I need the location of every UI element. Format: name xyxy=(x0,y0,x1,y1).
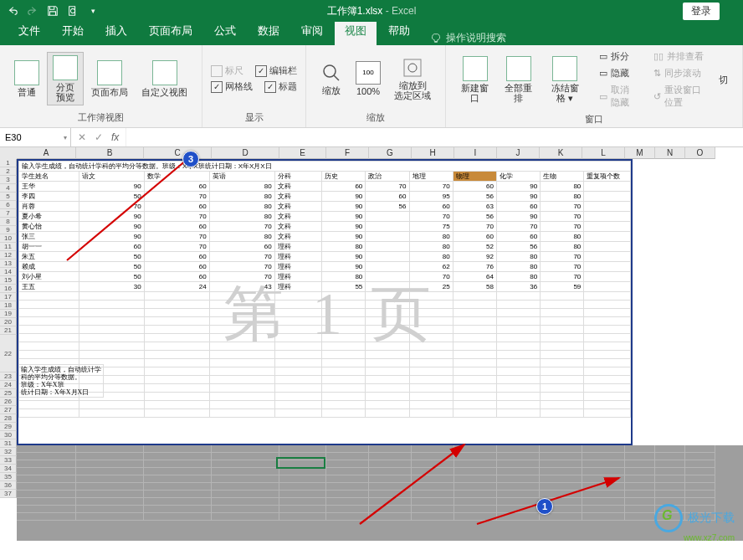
arrange-all-button[interactable]: 全部重排 xyxy=(498,53,540,106)
cancel-icon[interactable]: ✕ xyxy=(78,131,86,143)
fx-icon[interactable]: fx xyxy=(111,131,119,143)
column-header[interactable]: M xyxy=(625,147,655,159)
new-window-button[interactable]: 新建窗口 xyxy=(454,53,496,106)
row-header[interactable]: 1 xyxy=(0,159,17,167)
column-header[interactable]: N xyxy=(655,147,685,159)
row-header[interactable]: 28 xyxy=(0,414,17,423)
row-header[interactable]: 17 xyxy=(0,293,17,301)
row-header[interactable]: 21 xyxy=(0,326,17,335)
save-icon[interactable] xyxy=(47,5,59,17)
zoom-button[interactable]: 缩放 xyxy=(315,59,348,99)
print-preview-icon[interactable] xyxy=(67,5,79,17)
column-header[interactable]: E xyxy=(279,147,326,159)
page-break-preview-button[interactable]: 分页 预览 xyxy=(47,52,84,105)
column-header[interactable]: I xyxy=(454,147,497,159)
tab-formulas[interactable]: 公式 xyxy=(204,18,246,45)
zoom-icon xyxy=(320,62,342,84)
row-header[interactable]: 19 xyxy=(0,310,17,318)
column-header[interactable]: B xyxy=(76,147,144,159)
row-header[interactable]: 25 xyxy=(0,389,17,398)
column-header[interactable]: F xyxy=(326,147,369,159)
row-header[interactable]: 12 xyxy=(0,251,17,259)
qat-dropdown-icon[interactable]: ▾ xyxy=(87,5,99,17)
login-button[interactable]: 登录 xyxy=(683,3,720,20)
row-header[interactable]: 13 xyxy=(0,259,17,268)
column-header[interactable]: K xyxy=(540,147,582,159)
row-header[interactable]: 23 xyxy=(0,372,17,381)
row-header[interactable]: 36 xyxy=(0,481,17,490)
select-all-corner[interactable] xyxy=(0,147,18,160)
split-button[interactable]: ▭拆分 xyxy=(596,49,641,64)
zoom-selection-button[interactable]: 缩放到 选定区域 xyxy=(388,54,437,104)
row-header[interactable]: 34 xyxy=(0,465,17,473)
column-header[interactable]: D xyxy=(212,147,279,159)
tab-layout[interactable]: 页面布局 xyxy=(139,18,202,45)
row-header[interactable]: 22 xyxy=(0,335,17,372)
tab-file[interactable]: 文件 xyxy=(8,18,50,45)
sync-scroll-button[interactable]: ⇅同步滚动 xyxy=(650,65,710,81)
tell-me[interactable]: 操作说明搜索 xyxy=(422,31,506,45)
spreadsheet-grid[interactable]: ABCDEFGHIJKLMNO 123456789101112131415161… xyxy=(0,147,743,541)
reset-position-button[interactable]: ↺重设窗口位置 xyxy=(650,82,710,110)
row-header[interactable]: 24 xyxy=(0,381,17,389)
column-header[interactable]: O xyxy=(685,147,715,159)
column-header[interactable]: A xyxy=(17,147,76,159)
switch-windows-button[interactable]: 切 xyxy=(711,71,734,88)
normal-view-button[interactable]: 普通 xyxy=(8,57,45,100)
row-header[interactable]: 14 xyxy=(0,268,17,276)
undo-icon[interactable] xyxy=(7,5,18,17)
column-header[interactable]: L xyxy=(582,147,625,159)
redo-icon[interactable] xyxy=(27,5,38,17)
row-header[interactable]: 27 xyxy=(0,406,17,414)
row-header[interactable]: 31 xyxy=(0,439,17,448)
side-by-side-button[interactable]: ▯▯并排查看 xyxy=(650,49,710,64)
freeze-panes-button[interactable]: 冻结窗格 ▾ xyxy=(541,53,589,106)
row-header[interactable]: 3 xyxy=(0,176,17,184)
formula-input[interactable] xyxy=(126,128,743,146)
column-header[interactable]: G xyxy=(369,147,412,159)
data-table[interactable]: 输入学生成绩，自动统计学科的平均分等数据。班级：X年X班统计日期：X年X月X日学… xyxy=(18,161,631,418)
row-header[interactable]: 29 xyxy=(0,423,17,431)
column-header[interactable]: H xyxy=(412,147,454,159)
row-header[interactable]: 35 xyxy=(0,473,17,481)
tab-home[interactable]: 开始 xyxy=(52,18,94,45)
ruler-checkbox[interactable]: 标尺 xyxy=(211,64,243,77)
row-header[interactable]: 30 xyxy=(0,431,17,439)
row-header[interactable]: 4 xyxy=(0,184,17,193)
row-header[interactable]: 11 xyxy=(0,243,17,251)
gridlines-checkbox[interactable]: ✓网格线 xyxy=(211,80,253,93)
row-header[interactable]: 26 xyxy=(0,398,17,406)
row-header[interactable]: 7 xyxy=(0,209,17,218)
formulabar-checkbox[interactable]: ✓编辑栏 xyxy=(255,64,297,77)
row-header[interactable]: 6 xyxy=(0,201,17,209)
row-header[interactable]: 8 xyxy=(0,218,17,226)
note-cell[interactable]: 输入学生成绩，自动统计学科的平均分等数据。 班级：X年X班 统计日期：X年X月X… xyxy=(18,364,104,398)
page-layout-button[interactable]: 页面布局 xyxy=(85,57,134,100)
row-header[interactable]: 37 xyxy=(0,490,17,498)
row-header[interactable]: 9 xyxy=(0,226,17,234)
tab-review[interactable]: 审阅 xyxy=(291,18,333,45)
row-header[interactable]: 20 xyxy=(0,318,17,326)
unhide-button[interactable]: ▭取消隐藏 xyxy=(596,82,641,110)
custom-views-button[interactable]: 自定义视图 xyxy=(136,57,193,100)
tab-help[interactable]: 帮助 xyxy=(378,18,420,45)
tab-insert[interactable]: 插入 xyxy=(95,18,137,45)
row-header[interactable]: 2 xyxy=(0,167,17,176)
row-header[interactable]: 5 xyxy=(0,193,17,201)
row-header[interactable]: 32 xyxy=(0,448,17,456)
name-box[interactable]: E30▾ xyxy=(0,128,71,146)
tab-view[interactable]: 视图 xyxy=(335,18,377,45)
row-header[interactable]: 18 xyxy=(0,301,17,310)
ribbon: 普通 分页 预览 页面布局 自定义视图 工作簿视图 标尺 ✓编辑栏 ✓网格线 ✓… xyxy=(0,45,743,128)
hide-button[interactable]: ▭隐藏 xyxy=(596,65,641,81)
column-header[interactable]: C xyxy=(144,147,212,159)
row-header[interactable]: 33 xyxy=(0,456,17,465)
tab-data[interactable]: 数据 xyxy=(248,18,290,45)
enter-icon[interactable]: ✓ xyxy=(95,131,103,143)
row-header[interactable]: 15 xyxy=(0,276,17,285)
column-header[interactable]: J xyxy=(497,147,540,159)
headings-checkbox[interactable]: ✓标题 xyxy=(264,80,297,93)
zoom-100-button[interactable]: 100 100% xyxy=(350,58,387,100)
row-header[interactable]: 16 xyxy=(0,285,17,293)
row-header[interactable]: 10 xyxy=(0,234,17,243)
